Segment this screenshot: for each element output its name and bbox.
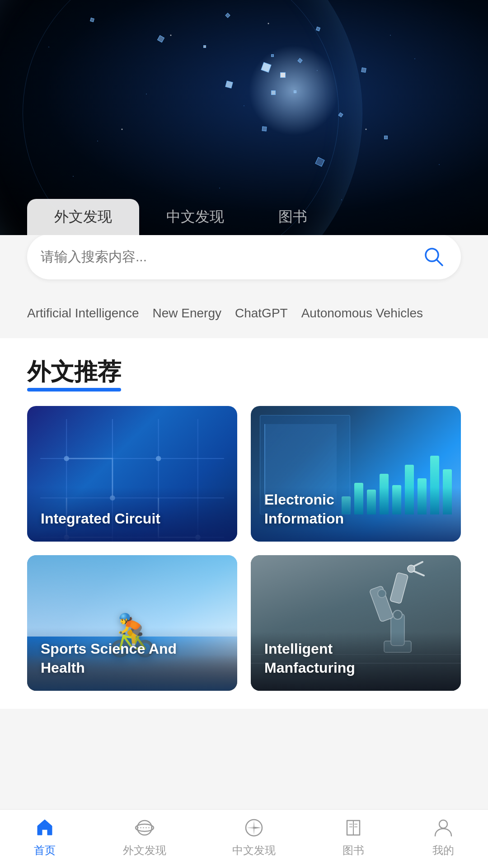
tab-foreign[interactable]: 外文发现 bbox=[27, 199, 139, 235]
suggestion-ai[interactable]: Artificial Intelligence bbox=[27, 302, 139, 325]
search-input[interactable] bbox=[41, 249, 420, 264]
hero-tabs: 外文发现 中文发现 图书 bbox=[27, 199, 334, 235]
card-intelligent-mfg[interactable]: IntelligentManfacturing bbox=[251, 555, 461, 691]
nav-label-books: 图书 bbox=[343, 843, 364, 858]
svg-line-19 bbox=[413, 571, 424, 576]
svg-line-18 bbox=[413, 562, 422, 566]
nav-label-home: 首页 bbox=[34, 843, 56, 858]
nav-label-chinese: 中文发现 bbox=[232, 843, 276, 858]
title-underline bbox=[27, 388, 121, 392]
suggestion-new-energy[interactable]: New Energy bbox=[152, 302, 221, 325]
card-ic-label: Integrated Circuit bbox=[41, 509, 160, 528]
home-icon bbox=[33, 816, 56, 840]
category-grid: Integrated Circuit bbox=[27, 406, 461, 691]
compass-icon bbox=[242, 816, 266, 840]
card-im-label: IntelligentManfacturing bbox=[264, 640, 355, 677]
card-ei-label: ElectronicInformation bbox=[264, 491, 344, 528]
suggestion-chatgpt[interactable]: ChatGPT bbox=[235, 302, 288, 325]
svg-point-23 bbox=[137, 821, 152, 835]
card-sports-label: Sports Science AndHealth bbox=[41, 640, 177, 677]
nav-item-foreign[interactable]: 外文发现 bbox=[114, 811, 175, 862]
planet-icon bbox=[133, 816, 156, 840]
person-icon bbox=[432, 816, 455, 840]
main-content: 外文发现 中文发现 图书 Artificial Intelligence bbox=[0, 0, 488, 772]
book-icon bbox=[342, 816, 365, 840]
tab-chinese[interactable]: 中文发现 bbox=[139, 199, 251, 235]
section-header: 外文推荐 bbox=[27, 356, 461, 388]
svg-rect-17 bbox=[390, 572, 408, 604]
nav-item-profile[interactable]: 我的 bbox=[422, 811, 464, 862]
nav-label-profile: 我的 bbox=[432, 843, 454, 858]
svg-point-21 bbox=[393, 610, 402, 619]
nav-item-books[interactable]: 图书 bbox=[333, 811, 374, 862]
search-button[interactable] bbox=[420, 243, 447, 270]
card-sports-science[interactable]: 🚴 Sports Science AndHealth bbox=[27, 555, 237, 691]
svg-point-22 bbox=[378, 590, 386, 598]
nav-label-foreign: 外文发现 bbox=[123, 843, 166, 858]
hero-banner: 外文发现 中文发现 图书 bbox=[0, 0, 488, 235]
bottom-nav: 首页 外文发现 中文发现 bbox=[0, 809, 488, 868]
nav-item-home[interactable]: 首页 bbox=[24, 811, 66, 862]
search-icon bbox=[422, 245, 446, 269]
svg-point-11 bbox=[156, 456, 161, 462]
card-electronic-info[interactable]: ElectronicInformation bbox=[251, 406, 461, 542]
tab-books[interactable]: 图书 bbox=[251, 199, 334, 235]
card-integrated-circuit[interactable]: Integrated Circuit bbox=[27, 406, 237, 542]
suggestion-tags: Artificial Intelligence New Energy ChatG… bbox=[27, 302, 461, 325]
svg-point-33 bbox=[439, 820, 447, 828]
svg-point-20 bbox=[408, 565, 415, 572]
search-box bbox=[27, 234, 461, 279]
search-area bbox=[0, 234, 488, 293]
section-title: 外文推荐 bbox=[27, 356, 121, 388]
svg-line-1 bbox=[436, 259, 442, 265]
recommendations-section: 外文推荐 bbox=[0, 338, 488, 709]
nav-item-chinese[interactable]: 中文发现 bbox=[223, 811, 285, 862]
suggestion-autonomous[interactable]: Autonomous Vehicles bbox=[301, 302, 423, 325]
suggestions-area: Artificial Intelligence New Energy ChatG… bbox=[0, 293, 488, 329]
